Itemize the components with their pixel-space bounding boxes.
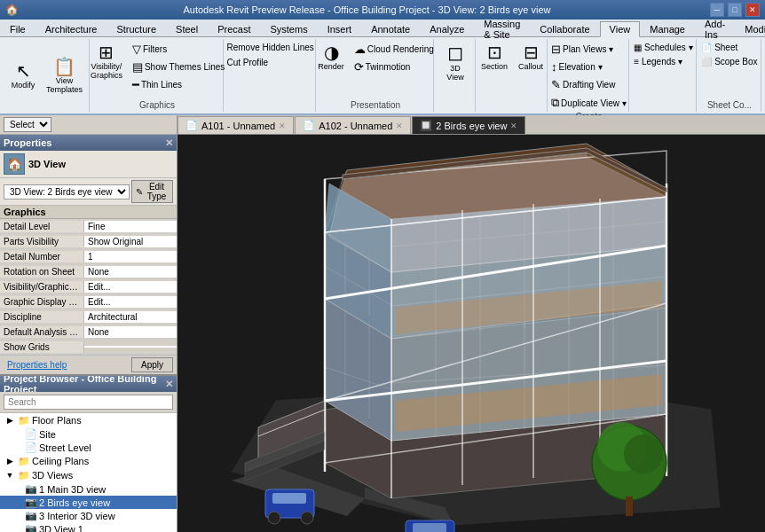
- visibility-label: Visibility/Graphics: [91, 62, 122, 80]
- presentation-group-label: Presentation: [321, 100, 430, 110]
- close-button[interactable]: ✕: [745, 3, 760, 17]
- tab-precast[interactable]: Precast: [208, 20, 260, 36]
- cut-profile-label: Cut Profile: [226, 58, 268, 67]
- ribbon-group-3dview: ◻ 3DView: [436, 39, 476, 112]
- callout-button[interactable]: ⊟ Callout: [514, 41, 548, 74]
- floor-plans-icon: 📁: [18, 415, 30, 426]
- tab-modify[interactable]: Modify: [735, 20, 765, 36]
- tab-a101[interactable]: 📄 A101 - Unnamed ✕: [177, 116, 294, 134]
- tree-item-1-main-3d[interactable]: 📷 1 Main 3D view: [0, 482, 177, 496]
- select-dropdown[interactable]: Select: [4, 117, 51, 132]
- tab-collaborate[interactable]: Collaborate: [530, 20, 599, 36]
- drafting-view-button[interactable]: ✎ Drafting View: [548, 76, 619, 93]
- drafting-view-label: Drafting View: [563, 80, 615, 90]
- ribbon-group-schedules: ▦ Schedules ▾ ≡ Legends ▾: [631, 39, 697, 112]
- tab-a102[interactable]: 📄 A102 - Unnamed ✕: [295, 116, 411, 134]
- prop-label-rotation: Rotation on Sheet: [0, 266, 84, 278]
- tab-systems[interactable]: Systems: [260, 20, 317, 36]
- tab-insert[interactable]: Insert: [318, 20, 362, 36]
- templates-icon: 📋: [53, 58, 75, 75]
- sheet-button[interactable]: 📄 Sheet: [698, 41, 741, 54]
- section-button[interactable]: ⊡ Section: [477, 41, 512, 74]
- sheet-label: 📄 Sheet: [701, 43, 737, 52]
- minimize-button[interactable]: ─: [710, 3, 724, 17]
- modify-button[interactable]: ↖ Modify: [5, 59, 41, 92]
- tab-annotate[interactable]: Annotate: [361, 20, 420, 36]
- tab-view[interactable]: View: [600, 21, 641, 37]
- prop-row-graphic-display[interactable]: Graphic Display O... Edit...: [0, 294, 177, 309]
- ceiling-plans-icon: 📁: [18, 456, 30, 467]
- prop-value-show-grids: [84, 346, 177, 348]
- 3-interior-label: 3 Interior 3D view: [39, 511, 115, 521]
- thin-lines-button[interactable]: ━ Thin Lines: [129, 76, 228, 93]
- properties-close-button[interactable]: ✕: [165, 137, 173, 149]
- show-theme-lines-button[interactable]: ▤ Show Themes Lines: [129, 59, 228, 75]
- tree-item-ceiling-plans[interactable]: ▶ 📁 Ceiling Plans: [0, 454, 177, 468]
- cloud-rendering-button[interactable]: ☁ Cloud Rendering: [351, 41, 438, 58]
- tree-item-3d-view-1[interactable]: 📷 3D View 1: [0, 522, 177, 532]
- tab-steel[interactable]: Steel: [166, 20, 208, 36]
- a101-close-button[interactable]: ✕: [279, 121, 286, 130]
- scope-box-button[interactable]: ⬜ Scope Box: [698, 55, 761, 68]
- prop-value-parts-visibility: Show Original: [84, 236, 177, 247]
- tree-item-3d-views[interactable]: ▼ 📁 3D Views: [0, 468, 177, 482]
- remove-hidden-label: Remove Hidden Lines: [226, 43, 313, 52]
- tab-analyze[interactable]: Analyze: [420, 20, 474, 36]
- floor-plans-expander[interactable]: ▶: [4, 414, 16, 426]
- prop-label-discipline: Discipline: [0, 311, 84, 323]
- tab-file[interactable]: File: [0, 20, 35, 36]
- prop-view-select[interactable]: 3D View: 2 Birds eye view: [4, 184, 130, 200]
- ribbon-tabs: File Architecture Structure Steel Precas…: [0, 20, 765, 37]
- prop-row-visibility[interactable]: Visibility/Graphics ... Edit...: [0, 279, 177, 294]
- edit-type-button[interactable]: ✎ Edit Type: [131, 180, 173, 203]
- tab-structure[interactable]: Structure: [106, 20, 166, 36]
- tree-item-floor-plans[interactable]: ▶ 📁 Floor Plans: [0, 413, 177, 427]
- maximize-button[interactable]: □: [728, 3, 742, 17]
- duplicate-view-button[interactable]: ⧉ Duplicate View ▾: [548, 94, 630, 112]
- duplicate-icon: ⧉: [551, 96, 559, 110]
- 3d-views-label: 3D Views: [32, 470, 73, 481]
- visibility-graphics-button[interactable]: ⊞ Visibility/Graphics: [86, 41, 127, 82]
- filters-button[interactable]: ▽ Filters: [129, 41, 228, 58]
- ribbon-group-sheet: 📄 Sheet ⬜ Scope Box Sheet Co...: [698, 39, 761, 112]
- 3d-view-icon: ◻: [447, 43, 463, 63]
- tab-addins[interactable]: Add-Ins: [695, 20, 735, 36]
- scope-box-label: ⬜ Scope Box: [701, 57, 757, 66]
- 2-birds-eye-tab-icon: 🔲: [420, 120, 432, 131]
- cut-profile-button[interactable]: Cut Profile: [223, 56, 272, 69]
- twinmotion-button[interactable]: ⟳ Twinmotion: [351, 59, 438, 75]
- render-button[interactable]: ◑ Render: [313, 41, 349, 74]
- 2-birds-eye-icon: 📷: [25, 497, 37, 508]
- prop-value-detail-level: Fine: [84, 221, 177, 232]
- site-icon: 📄: [25, 428, 37, 440]
- tree-item-2-birds-eye[interactable]: 📷 2 Birds eye view: [0, 496, 177, 509]
- legends-button[interactable]: ≡ Legends ▾: [630, 55, 686, 68]
- apply-button[interactable]: Apply: [131, 357, 173, 372]
- schedules-button[interactable]: ▦ Schedules ▾: [630, 41, 696, 54]
- tree-item-site[interactable]: 📄 Site: [0, 427, 177, 441]
- browser-search-area: [0, 392, 177, 413]
- project-browser-close-button[interactable]: ✕: [165, 379, 173, 390]
- tab-architecture[interactable]: Architecture: [35, 20, 107, 36]
- tab-manage[interactable]: Manage: [640, 20, 695, 36]
- remove-hidden-lines-button[interactable]: Remove Hidden Lines: [223, 41, 317, 54]
- 3d-views-expander[interactable]: ▼: [4, 469, 16, 481]
- browser-tree: ▶ 📁 Floor Plans 📄 Site 📄 Street Level: [0, 413, 177, 532]
- 2-birds-eye-close-button[interactable]: ✕: [510, 121, 517, 130]
- ceiling-plans-expander[interactable]: ▶: [4, 455, 16, 467]
- tree-item-street-level[interactable]: 📄 Street Level: [0, 441, 177, 454]
- elevation-button[interactable]: ↕ Elevation ▾: [548, 59, 605, 75]
- tree-item-3-interior[interactable]: 📷 3 Interior 3D view: [0, 509, 177, 522]
- a102-close-button[interactable]: ✕: [396, 121, 403, 130]
- view-templates-button[interactable]: 📋 ViewTemplates: [42, 55, 87, 97]
- prop-row-default-analysis: Default Analysis Di... None: [0, 325, 177, 340]
- tab-2-birds-eye[interactable]: 🔲 2 Birds eye view ✕: [412, 116, 525, 134]
- properties-help-link[interactable]: Properties help: [4, 358, 70, 372]
- plan-views-button[interactable]: ⊟ Plan Views ▾: [548, 41, 617, 58]
- 3d-viewport[interactable]: [177, 135, 765, 532]
- twinmotion-label: Twinmotion: [366, 62, 411, 72]
- street-level-icon: 📄: [25, 442, 37, 453]
- tab-massing[interactable]: Massing & Site: [474, 20, 530, 36]
- 3d-view-button[interactable]: ◻ 3DView: [441, 41, 469, 84]
- browser-search-input[interactable]: [4, 395, 173, 410]
